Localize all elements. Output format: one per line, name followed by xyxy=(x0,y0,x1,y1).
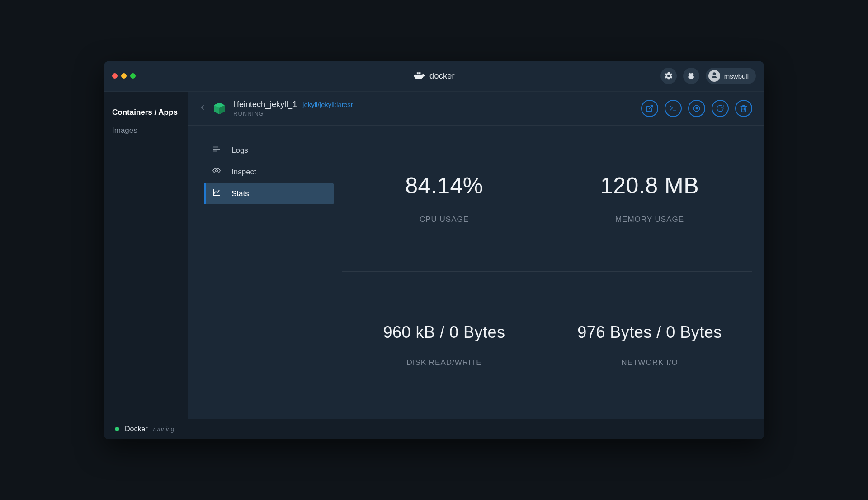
detail-body: Logs Inspect Stats xyxy=(188,126,764,419)
stat-cpu-label: CPU USAGE xyxy=(420,215,469,224)
stop-button[interactable] xyxy=(688,100,705,117)
titlebar: docker mswbull xyxy=(104,61,764,92)
stat-memory-label: MEMORY USAGE xyxy=(615,215,684,224)
container-status: RUNNING xyxy=(233,110,353,117)
container-image-ref[interactable]: jekyll/jekyll:latest xyxy=(302,101,353,108)
section-nav: Logs Inspect Stats xyxy=(188,126,342,419)
main: lifeintech_jekyll_1 jekyll/jekyll:latest… xyxy=(188,92,764,419)
restart-button[interactable] xyxy=(712,100,729,117)
section-item-logs[interactable]: Logs xyxy=(204,140,334,161)
troubleshoot-button[interactable] xyxy=(683,68,699,84)
gear-icon xyxy=(664,71,673,80)
stat-memory: 120.8 MB MEMORY USAGE xyxy=(547,126,752,272)
stats-grid: 84.14% CPU USAGE 120.8 MB MEMORY USAGE 9… xyxy=(342,126,764,419)
settings-button[interactable] xyxy=(660,68,677,84)
brand-label: docker xyxy=(429,71,455,81)
chart-icon xyxy=(212,188,221,199)
trash-icon xyxy=(740,104,748,112)
container-heading: lifeintech_jekyll_1 jekyll/jekyll:latest… xyxy=(233,100,353,117)
brand: docker xyxy=(413,71,455,81)
section-item-stats[interactable]: Stats xyxy=(204,183,334,204)
window-controls xyxy=(112,73,136,79)
sidebar-item-label: Images xyxy=(112,126,137,135)
eye-icon xyxy=(212,167,221,177)
bug-icon xyxy=(687,71,696,80)
open-browser-button[interactable] xyxy=(641,100,658,117)
container-name: lifeintech_jekyll_1 xyxy=(233,100,297,109)
svg-point-16 xyxy=(216,170,218,172)
stat-disk-value: 960 kB / 0 Bytes xyxy=(383,323,505,342)
cli-button[interactable] xyxy=(665,100,682,117)
stat-cpu: 84.14% CPU USAGE xyxy=(342,126,547,272)
section-item-label: Logs xyxy=(231,146,248,155)
section-item-inspect[interactable]: Inspect xyxy=(204,162,334,182)
delete-button[interactable] xyxy=(735,100,752,117)
chevron-left-icon xyxy=(199,104,206,113)
sidebar-item-images[interactable]: Images xyxy=(104,121,188,140)
sidebar: Containers / Apps Images xyxy=(104,92,188,419)
avatar xyxy=(708,70,720,82)
open-external-icon xyxy=(646,104,654,112)
section-item-label: Inspect xyxy=(231,168,256,177)
back-button[interactable] xyxy=(194,100,211,117)
window-minimize-button[interactable] xyxy=(121,73,127,79)
body: Containers / Apps Images xyxy=(104,92,764,419)
titlebar-right: mswbull xyxy=(660,68,756,84)
engine-name: Docker xyxy=(125,425,148,433)
svg-rect-12 xyxy=(696,107,698,109)
stat-memory-value: 120.8 MB xyxy=(600,173,699,199)
terminal-icon xyxy=(669,104,677,112)
sidebar-item-containers[interactable]: Containers / Apps xyxy=(104,103,188,121)
svg-rect-5 xyxy=(419,72,421,74)
engine-status-dot xyxy=(115,427,119,431)
stat-disk-label: DISK READ/WRITE xyxy=(406,358,481,367)
detail-header: lifeintech_jekyll_1 jekyll/jekyll:latest… xyxy=(188,92,764,126)
stat-network: 976 Bytes / 0 Bytes NETWORK I/O xyxy=(547,272,752,419)
stat-network-label: NETWORK I/O xyxy=(621,358,678,367)
account-chip[interactable]: mswbull xyxy=(706,68,756,84)
stat-network-value: 976 Bytes / 0 Bytes xyxy=(577,323,722,342)
container-actions xyxy=(641,100,752,117)
sidebar-item-label: Containers / Apps xyxy=(112,108,178,117)
window-close-button[interactable] xyxy=(112,73,118,79)
account-username: mswbull xyxy=(724,72,749,80)
engine-state: running xyxy=(153,425,175,433)
container-cube-icon xyxy=(212,101,227,116)
logs-icon xyxy=(212,145,221,155)
stat-disk: 960 kB / 0 Bytes DISK READ/WRITE xyxy=(342,272,547,419)
section-item-label: Stats xyxy=(231,189,249,198)
stat-cpu-value: 84.14% xyxy=(405,173,483,199)
svg-rect-4 xyxy=(417,72,419,74)
statusbar: Docker running xyxy=(104,419,764,439)
window-zoom-button[interactable] xyxy=(130,73,136,79)
stop-icon xyxy=(693,104,701,112)
docker-whale-icon xyxy=(413,71,426,81)
app-window: docker mswbull xyxy=(104,61,764,439)
user-icon xyxy=(711,72,718,80)
svg-line-9 xyxy=(649,105,653,109)
restart-icon xyxy=(716,104,724,112)
